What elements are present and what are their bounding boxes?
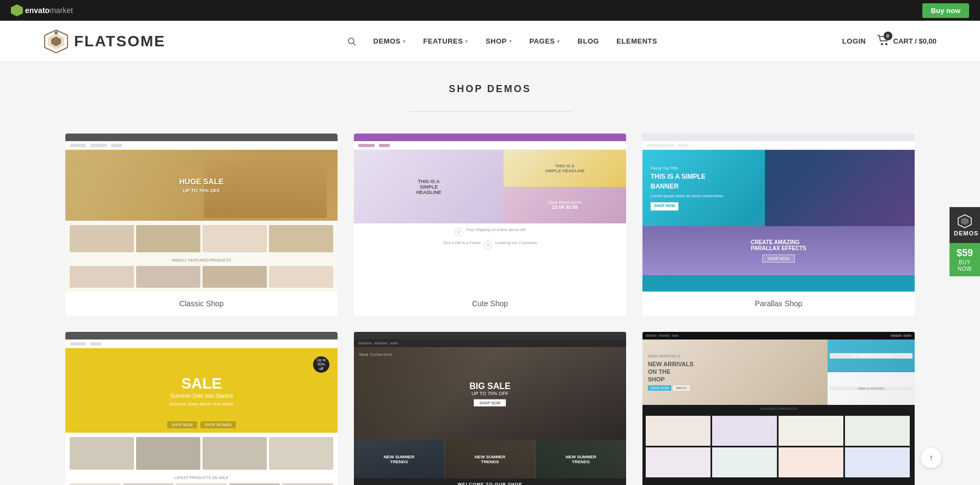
svg-line-5 [353, 43, 356, 45]
main-navigation: FLATSOME DEMOS ▾ FEATURES ▾ SHOP ▾ PAGES… [0, 21, 980, 62]
chevron-up-icon: ↑ [929, 453, 933, 463]
nav-item-features[interactable]: FEATURES ▾ [415, 33, 476, 50]
svg-marker-9 [961, 217, 969, 225]
demo-card-img-classic-shop: HUGE SALE UP TO 70% OFF WEEKLY FEATURED … [65, 134, 338, 292]
svg-point-6 [881, 43, 883, 45]
demo-card-classic-shop[interactable]: HUGE SALE UP TO 70% OFF WEEKLY FEATURED … [65, 134, 338, 316]
sidebar-demos-icon [954, 214, 976, 230]
svg-point-4 [348, 38, 354, 44]
logo-diamond-icon [44, 29, 69, 54]
sidebar-demos-label: DEMOS [954, 230, 976, 237]
sidebar-price: $59 [954, 247, 976, 259]
section-divider [65, 111, 915, 112]
cart-button[interactable]: 0 CART / $0,00 [877, 35, 936, 47]
sidebar-buy-now-label: BUY NOW [958, 259, 972, 272]
demo-card-grid-style-1[interactable]: NEW ARRIVALS NEW ARRIVALSON THESHOP SHOP… [642, 332, 915, 485]
demo-card-img-big-sale: SALE Summer Sale has Started Discover Sa… [65, 332, 338, 485]
sidebar-demos: DEMOS $59 BUY NOW [950, 207, 980, 276]
demo-card-img-grid-style-1: NEW ARRIVALS NEW ARRIVALSON THESHOP SHOP… [642, 332, 915, 485]
demo-card-img-fullscreen-fashion: New Collection BIG SALE UP TO 70% OFF SH… [354, 332, 626, 485]
nav-item-shop[interactable]: SHOP ▾ [478, 33, 519, 50]
svg-point-3 [54, 31, 58, 34]
search-icon[interactable] [343, 33, 360, 50]
envato-icon [11, 4, 23, 16]
cart-label: CART / $0,00 [893, 37, 936, 45]
demo-card-img-parallax-shop: Fancy Top Title THIS IS A SIMPLEBANNER L… [642, 134, 915, 292]
page-content: SHOP DEMOS HUGE SALE [0, 62, 980, 485]
sidebar-price-button[interactable]: $59 BUY NOW [950, 243, 980, 276]
demo-card-cute-shop[interactable]: THIS IS ASIMPLEHEADLINE THIS IS ASIMPLE … [354, 134, 626, 316]
logo-text: FLATSOME [74, 33, 166, 50]
cart-icon-wrap: 0 [877, 35, 889, 47]
envato-logo-text: envatomarket [25, 6, 73, 15]
chevron-down-icon: ▾ [465, 39, 468, 44]
demo-card-fullscreen-fashion[interactable]: New Collection BIG SALE UP TO 70% OFF SH… [354, 332, 626, 485]
site-logo[interactable]: FLATSOME [44, 29, 166, 54]
scroll-top-button[interactable]: ↑ [920, 447, 942, 469]
section-title: SHOP DEMOS [65, 83, 915, 95]
svg-point-7 [885, 43, 887, 45]
demo-card-label-cute-shop: Cute Shop [354, 292, 626, 316]
cart-badge: 0 [884, 32, 892, 40]
demo-card-img-cute-shop: THIS IS ASIMPLEHEADLINE THIS IS ASIMPLE … [354, 134, 626, 292]
envato-logo[interactable]: envatomarket [11, 4, 73, 16]
login-button[interactable]: LOGIN [842, 37, 866, 45]
sidebar-demos-button[interactable]: DEMOS [950, 207, 980, 243]
nav-center: DEMOS ▾ FEATURES ▾ SHOP ▾ PAGES ▾ BLOG E… [343, 33, 665, 50]
demo-grid: HUGE SALE UP TO 70% OFF WEEKLY FEATURED … [65, 134, 915, 485]
demo-card-label-parallax-shop: Parallax Shop [642, 292, 915, 316]
nav-right: LOGIN 0 CART / $0,00 [842, 35, 936, 47]
envato-bar: envatomarket Buy now [0, 0, 980, 21]
chevron-down-icon: ▾ [403, 39, 406, 44]
chevron-down-icon: ▾ [509, 39, 512, 44]
divider-line-left [408, 111, 572, 112]
chevron-down-icon: ▾ [557, 39, 560, 44]
nav-item-demos[interactable]: DEMOS ▾ [366, 33, 414, 50]
nav-item-blog[interactable]: BLOG [570, 33, 607, 50]
nav-item-pages[interactable]: PAGES ▾ [522, 33, 568, 50]
nav-item-elements[interactable]: ELEMENTS [609, 33, 665, 50]
demo-card-parallax-shop[interactable]: Fancy Top Title THIS IS A SIMPLEBANNER L… [642, 134, 915, 316]
envato-buy-now-button[interactable]: Buy now [922, 3, 969, 18]
demo-card-label-classic-shop: Classic Shop [65, 292, 338, 316]
demo-card-big-sale[interactable]: SALE Summer Sale has Started Discover Sa… [65, 332, 338, 485]
